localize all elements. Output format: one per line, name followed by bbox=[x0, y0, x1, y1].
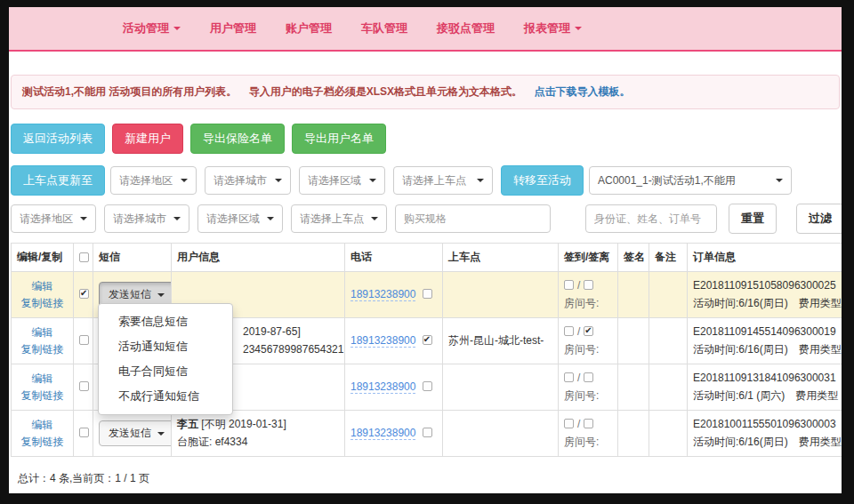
checkout-checkbox[interactable] bbox=[584, 280, 593, 290]
select-value: 请选择上车点 bbox=[300, 212, 364, 227]
download-template-link[interactable]: 点击下载导入模板。 bbox=[534, 85, 630, 98]
pickup-cell bbox=[443, 272, 559, 318]
checkin-cell: / 房间号: bbox=[559, 411, 618, 457]
order-detail: 活动时间:6/1 (周六) 费用类型 bbox=[693, 388, 842, 404]
menu-item-econtract-sms[interactable]: 电子合同短信 bbox=[99, 359, 232, 384]
phone-link[interactable]: 18913238900 bbox=[350, 380, 415, 394]
city-select-2[interactable]: 请选择城市 bbox=[104, 204, 189, 233]
phone-cell: 18913238900 bbox=[345, 411, 443, 457]
update-pickup-button[interactable]: 上车点更新至 bbox=[11, 165, 105, 196]
edit-link[interactable]: 编辑 bbox=[17, 324, 68, 341]
menu-item-request-info-sms[interactable]: 索要信息短信 bbox=[99, 309, 232, 334]
nav-item-activity-management[interactable]: 活动管理 bbox=[123, 20, 181, 36]
col-header-user-info: 用户信息 bbox=[172, 244, 345, 272]
nav-item-shuttle-point-management[interactable]: 接驳点管理 bbox=[437, 20, 495, 36]
edit-link[interactable]: 编辑 bbox=[17, 417, 68, 434]
checkin-checkbox[interactable] bbox=[564, 372, 574, 382]
pagination-summary: 总计：4 条,当前页：1 / 1 页 bbox=[18, 471, 842, 486]
nav-item-user-management[interactable]: 用户管理 bbox=[210, 20, 256, 36]
col-header-select-all bbox=[74, 244, 93, 272]
reset-button[interactable]: 重置 bbox=[729, 204, 777, 234]
user-info-cell: 李五 [不明 2019-01-31] 台胞证: ef4334 bbox=[172, 411, 345, 457]
pickup-cell bbox=[443, 364, 559, 411]
caret-down-icon bbox=[173, 217, 181, 220]
filter-row-search: 请选择地区 请选择城市 请选择区域 请选择上车点 重置 过滤 bbox=[11, 204, 840, 234]
menu-item-cancel-notice-sms[interactable]: 不成行通知短信 bbox=[99, 384, 232, 409]
user-info-line1: 2019-87-65] bbox=[243, 325, 301, 338]
checkin-checkbox[interactable] bbox=[564, 326, 574, 336]
pickup-cell: 苏州-昆山-城北-test- bbox=[443, 318, 559, 364]
slash-separator: / bbox=[577, 372, 580, 384]
row-checkbox[interactable] bbox=[79, 289, 89, 299]
caret-down-icon bbox=[157, 293, 165, 297]
table-header-row: 编辑/复制 短信 用户信息 电话 上车点 签到/签离 签名 备注 订单信息 bbox=[12, 244, 842, 272]
phone-checkbox[interactable] bbox=[423, 428, 432, 437]
id-name-order-search-input[interactable] bbox=[585, 204, 717, 233]
checkout-checkbox[interactable] bbox=[584, 419, 593, 428]
action-button-row: 返回活动列表 新建用户 导出保险名单 导出用户名单 bbox=[11, 124, 840, 154]
row-checkbox[interactable] bbox=[79, 381, 89, 391]
transfer-to-activity-button[interactable]: 转移至活动 bbox=[501, 165, 584, 196]
export-user-list-button[interactable]: 导出用户名单 bbox=[292, 124, 386, 154]
purchase-spec-input[interactable] bbox=[395, 204, 551, 233]
edit-link[interactable]: 编辑 bbox=[17, 371, 68, 388]
send-sms-label: 发送短信 bbox=[109, 426, 151, 441]
filter-button[interactable]: 过滤 bbox=[796, 204, 842, 234]
top-navbar: 活动管理 用户管理 账户管理 车队管理 接驳点管理 报表管理 bbox=[9, 7, 842, 52]
checkout-checkbox[interactable] bbox=[584, 326, 593, 336]
copy-link[interactable]: 复制链接 bbox=[17, 341, 68, 358]
checkin-checkbox[interactable] bbox=[564, 419, 574, 428]
target-activity-select[interactable]: AC0001_1-测试活动1,不能用 bbox=[589, 166, 792, 195]
nav-label: 活动管理 bbox=[123, 20, 169, 36]
caret-down-icon bbox=[181, 179, 188, 182]
note-cell bbox=[649, 272, 688, 318]
district-select-1[interactable]: 请选择区域 bbox=[299, 166, 385, 195]
edit-link[interactable]: 编辑 bbox=[17, 278, 68, 295]
row-checkbox[interactable] bbox=[79, 335, 89, 345]
filter-row-pickup-transfer: 上车点更新至 请选择地区 请选择城市 请选择区域 请选择上车点 转移至活动 AC… bbox=[11, 165, 840, 196]
signature-cell bbox=[618, 364, 649, 411]
copy-link[interactable]: 复制链接 bbox=[17, 295, 68, 312]
phone-link[interactable]: 18913238900 bbox=[350, 334, 415, 348]
phone-link[interactable]: 18913238900 bbox=[350, 427, 415, 440]
region-select-1[interactable]: 请选择地区 bbox=[110, 166, 197, 195]
select-value: AC0001_1-测试活动1,不能用 bbox=[598, 173, 736, 188]
caret-down-icon bbox=[80, 217, 87, 220]
phone-checkbox[interactable] bbox=[423, 381, 432, 391]
select-value: 请选择地区 bbox=[20, 212, 73, 227]
phone-cell: 18913238900 bbox=[345, 318, 443, 364]
phone-cell: 18913238900 bbox=[345, 272, 443, 318]
back-to-activity-list-button[interactable]: 返回活动列表 bbox=[11, 124, 105, 154]
caret-down-icon bbox=[369, 179, 376, 182]
caret-down-icon bbox=[267, 217, 274, 220]
col-header-phone: 电话 bbox=[345, 244, 443, 272]
select-value: 请选择城市 bbox=[113, 212, 166, 227]
alert-intro-text: 测试活动1,不能用 活动项目的所有用户列表。 bbox=[22, 85, 237, 98]
menu-item-activity-notice-sms[interactable]: 活动通知短信 bbox=[99, 334, 232, 359]
nav-item-report-management[interactable]: 报表管理 bbox=[524, 20, 582, 36]
checkout-checkbox[interactable] bbox=[584, 372, 593, 382]
nav-item-fleet-management[interactable]: 车队管理 bbox=[361, 20, 407, 36]
city-select-1[interactable]: 请选择城市 bbox=[205, 166, 291, 195]
caret-down-icon bbox=[477, 179, 484, 182]
checkin-checkbox[interactable] bbox=[564, 280, 574, 290]
nav-item-account-management[interactable]: 账户管理 bbox=[286, 20, 332, 36]
copy-link[interactable]: 复制链接 bbox=[17, 434, 68, 451]
phone-link[interactable]: 18913238900 bbox=[350, 288, 415, 301]
copy-link[interactable]: 复制链接 bbox=[17, 388, 68, 404]
user-info-line2: 23456789987654321 bbox=[243, 341, 339, 358]
signature-cell bbox=[618, 411, 649, 457]
phone-checkbox[interactable] bbox=[423, 335, 432, 345]
pickup-select-2[interactable]: 请选择上车点 bbox=[291, 204, 387, 233]
nav-label: 用户管理 bbox=[210, 20, 256, 36]
export-insurance-list-button[interactable]: 导出保险名单 bbox=[190, 124, 285, 154]
pickup-select-1[interactable]: 请选择上车点 bbox=[393, 166, 493, 195]
phone-checkbox[interactable] bbox=[423, 289, 432, 299]
district-select-2[interactable]: 请选择区域 bbox=[197, 204, 283, 233]
send-sms-button[interactable]: 发送短信 bbox=[99, 420, 172, 446]
note-cell bbox=[649, 364, 688, 411]
new-user-button[interactable]: 新建用户 bbox=[112, 124, 183, 154]
select-all-checkbox[interactable] bbox=[79, 252, 89, 262]
region-select-2[interactable]: 请选择地区 bbox=[11, 204, 96, 233]
row-checkbox[interactable] bbox=[79, 428, 89, 437]
